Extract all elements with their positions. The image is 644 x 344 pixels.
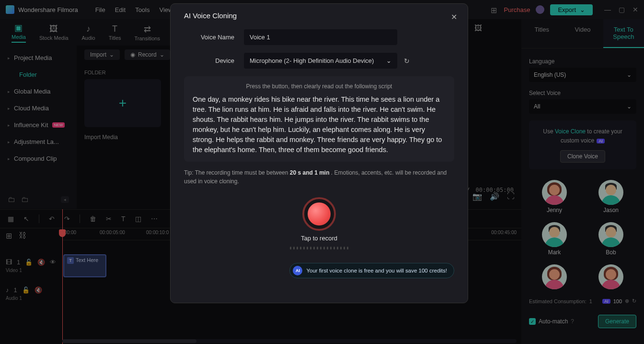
modal-title: AI Voice Cloning: [184, 12, 454, 20]
chevron-down-icon: ⌄: [386, 57, 391, 64]
script-text: One day, a monkey rides his bike near th…: [193, 95, 446, 155]
record-inner-icon: [308, 202, 331, 225]
voice-name-input[interactable]: [244, 29, 397, 45]
device-select[interactable]: Microphone (2- High Definition Audio Dev…: [244, 53, 397, 69]
device-value: Microphone (2- High Definition Audio Dev…: [250, 57, 374, 64]
voice-cloning-modal: AI Voice Cloning ✕ Voice Name Device Mic…: [170, 3, 468, 303]
recording-tip: Tip: The recording time must be between …: [184, 168, 454, 186]
refresh-devices-icon[interactable]: ↻: [404, 57, 410, 65]
record-label: Tap to record: [301, 235, 337, 242]
record-button[interactable]: [302, 197, 336, 231]
credits-message: Your first voice clone is free and you w…: [306, 268, 447, 273]
close-modal-icon[interactable]: ✕: [451, 12, 457, 22]
tip-prefix: Tip: The recording time must be between: [184, 169, 290, 176]
ai-icon: AI: [293, 266, 302, 275]
script-hint: Press the button, then clearly read out …: [193, 83, 446, 90]
voice-name-label: Voice Name: [184, 34, 244, 41]
waveform-placeholder: [290, 247, 348, 249]
device-label: Device: [184, 57, 244, 64]
credits-info-pill: AI Your first voice clone is free and yo…: [289, 263, 454, 278]
tip-bold: 20 s and 1 min: [290, 169, 330, 176]
script-box: Press the button, then clearly read out …: [184, 76, 454, 162]
